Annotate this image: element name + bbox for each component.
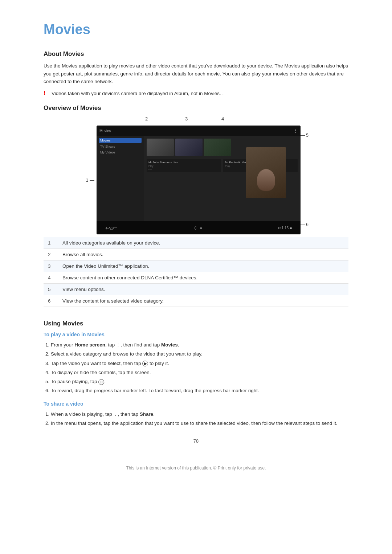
- annotation-row-6: 6 View the content for a selected video …: [44, 295, 348, 307]
- category-movies: Movies: [99, 138, 142, 143]
- bold-movies: Movies: [161, 342, 178, 348]
- annotation-text-6: View the content for a selected video ca…: [58, 295, 348, 307]
- bold-share: Share: [140, 411, 154, 417]
- callout-num-3: 3: [185, 116, 188, 122]
- info-text-1: Play: [148, 165, 219, 167]
- bold-home-screen: Home screen: [74, 342, 105, 348]
- play-step-6: To rewind, drag the progress bar marker …: [51, 387, 348, 395]
- screen-left-panel: Movies TV Shows My Videos: [97, 136, 144, 221]
- play-step-4: To display or hide the controls, tap the…: [51, 369, 348, 377]
- annotation-text-1: All video categories available on your d…: [58, 237, 348, 249]
- share-video-title: To share a video: [44, 401, 348, 407]
- annotation-num-2: 2: [44, 249, 58, 260]
- note-row: ! Videos taken with your device's camera…: [44, 90, 348, 97]
- callout-num-1: 1 —: [83, 177, 94, 183]
- annotation-num-4: 4: [44, 272, 58, 284]
- callout-num-4: 4: [221, 116, 224, 122]
- camera-icon: ⬡: [194, 226, 197, 230]
- share-video-subsection: To share a video When a video is playing…: [44, 401, 348, 428]
- annotation-table: 1 All video categories available on your…: [44, 237, 348, 307]
- annotation-num-5: 5: [44, 284, 58, 295]
- annotation-row-2: 2 Browse all movies.: [44, 249, 348, 260]
- play-step-5: To pause playing, tap ⏸.: [51, 378, 348, 386]
- top-callout-numbers: 2 3 4: [102, 116, 309, 125]
- page-footer: This is an Internet version of this publ…: [44, 465, 348, 471]
- annotation-row-5: 5 View menu options.: [44, 284, 348, 295]
- screenshot: Movies ⋮ Movies TV Shows My Videos: [97, 126, 301, 234]
- callout-num-5: — 5: [301, 133, 309, 138]
- annotation-text-3: Open the Video Unlimited™ application.: [58, 260, 348, 272]
- play-video-title: To play a video in Movies: [44, 332, 348, 337]
- share-step-1: When a video is playing, tap ⋮, then tap…: [51, 410, 348, 418]
- screen-time-display: ⑆ 1:15 ■: [278, 226, 292, 230]
- screen-menu-icon: ⋮: [293, 128, 298, 133]
- category-item-2: TV Shows: [99, 144, 142, 149]
- nav-recent-icon: ▭: [113, 225, 118, 231]
- about-movies-body: Use the Movies application to play movie…: [44, 62, 348, 86]
- info-title-1: Mr John Simmons Lies: [148, 161, 219, 164]
- overview-diagram: 2 3 4 1 — Movies ⋮ Movies TV Shows: [83, 116, 309, 234]
- play-step-2: Select a video category and browse to th…: [51, 350, 348, 358]
- note-icon: !: [44, 90, 49, 97]
- play-video-steps: From your Home screen, tap ⋮, then find …: [51, 341, 348, 395]
- right-callout-numbers: — 5 — 6: [301, 126, 309, 234]
- share-video-steps: When a video is playing, tap ⋮, then tap…: [51, 410, 348, 428]
- info-block-1: Mr John Simmons Lies Play •—: [147, 159, 221, 172]
- overview-section: Overview of Movies 2 3 4 1 — Movies ⋮: [44, 104, 348, 307]
- annotation-text-4: Browse content on other connected DLNA C…: [58, 272, 348, 284]
- using-movies-section: Using Movies To play a video in Movies F…: [44, 320, 348, 427]
- play-step-1: From your Home screen, tap ⋮, then find …: [51, 341, 348, 349]
- page-number: 78: [44, 438, 348, 444]
- callout-num-6: — 6: [301, 222, 309, 227]
- dots-icon: ⋮: [116, 342, 121, 348]
- annotation-num-3: 3: [44, 260, 58, 272]
- face-shape: [257, 169, 275, 191]
- screen-app-label: Movies: [99, 129, 111, 133]
- annotation-row-3: 3 Open the Video Unlimited™ application.: [44, 260, 348, 272]
- dot-icon: ●: [200, 226, 202, 230]
- screen-content: Movies TV Shows My Videos: [97, 136, 301, 221]
- about-movies-section: About Movies Use the Movies application …: [44, 50, 348, 97]
- large-thumb: [246, 147, 286, 198]
- annotation-text-2: Browse all movies.: [58, 249, 348, 260]
- play-circle-icon: ▶: [142, 361, 148, 366]
- callout-num-2: 2: [145, 116, 148, 122]
- share-dots-icon: ⋮: [114, 411, 118, 418]
- overview-title: Overview of Movies: [44, 104, 348, 112]
- annotation-num-1: 1: [44, 237, 58, 249]
- thumb-2: [175, 139, 203, 156]
- about-movies-title: About Movies: [44, 50, 348, 58]
- note-text: Videos taken with your device's camera a…: [52, 90, 224, 97]
- screen-main-area: Mr John Simmons Lies Play •— Mr Fantasti…: [144, 136, 301, 221]
- face-placeholder: [246, 147, 286, 198]
- pause-circle-icon: ⏸: [98, 379, 104, 385]
- play-video-subsection: To play a video in Movies From your Home…: [44, 332, 348, 395]
- share-step-2: In the menu that opens, tap the applicat…: [51, 419, 348, 427]
- diagram-row: 1 — Movies ⋮ Movies TV Shows My Videos: [83, 126, 309, 234]
- thumb-3: [204, 139, 231, 156]
- play-step-3: Tap the video you want to select, then t…: [51, 360, 348, 368]
- nav-back-icon: ↩: [105, 225, 110, 231]
- annotation-row-4: 4 Browse content on other connected DLNA…: [44, 272, 348, 284]
- page-title: Movies: [44, 22, 348, 37]
- category-item-3: My Videos: [99, 150, 142, 155]
- annotation-num-6: 6: [44, 295, 58, 307]
- thumb-1: [147, 139, 174, 156]
- screen-top-bar: Movies ⋮: [97, 126, 301, 136]
- using-movies-title: Using Movies: [44, 320, 348, 327]
- nav-home-icon: ⌂: [110, 225, 113, 231]
- info-text-2: •—: [148, 168, 219, 171]
- annotation-text-5: View menu options.: [58, 284, 348, 295]
- screen-bottom-bar: ↩ ⌂ ▭ ⬡ ● ⑆ 1:15 ■: [97, 221, 301, 234]
- annotation-row-1: 1 All video categories available on your…: [44, 237, 348, 249]
